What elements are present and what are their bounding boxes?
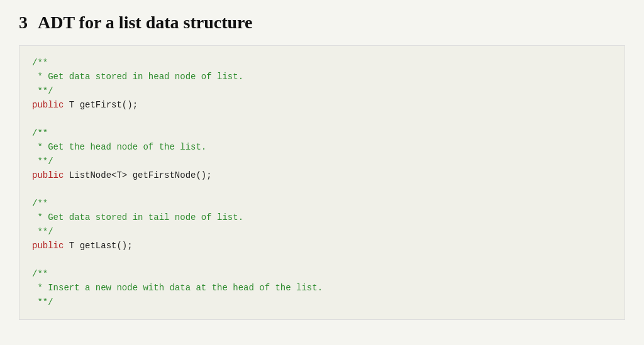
code-normal: T getLast(); [64,241,132,251]
code-block: /** * Get data stored in head node of li… [19,45,625,320]
blank-line [32,183,612,197]
comment-line: * Get the head node of the list. [32,140,612,154]
comment-line: **/ [32,295,612,309]
blank-line [32,112,612,126]
section-number: 3 [19,13,28,33]
code-normal: T getFirst(); [64,100,138,110]
code-line: public ListNode<T> getFirstNode(); [32,168,612,182]
comment-line: /** [32,56,612,70]
comment-line: /** [32,267,612,281]
keyword: public [32,241,64,251]
comment-line: **/ [32,155,612,168]
comment-line: /** [32,197,612,211]
keyword: public [32,100,64,110]
comment-line: * Get data stored in head node of list. [32,70,612,84]
code-line: public T getFirst(); [32,98,612,112]
section-title: ADT for a list data structure [38,13,252,33]
blank-line [32,253,612,266]
page-header: 3 ADT for a list data structure [19,13,625,33]
comment-line: * Insert a new node with data at the hea… [32,281,612,295]
keyword: public [32,170,64,180]
code-normal: ListNode<T> getFirstNode(); [64,170,211,180]
comment-line: **/ [32,84,612,98]
comment-line: **/ [32,225,612,239]
comment-line: * Get data stored in tail node of list. [32,211,612,224]
code-line: public T getLast(); [32,239,612,253]
comment-line: /** [32,126,612,140]
